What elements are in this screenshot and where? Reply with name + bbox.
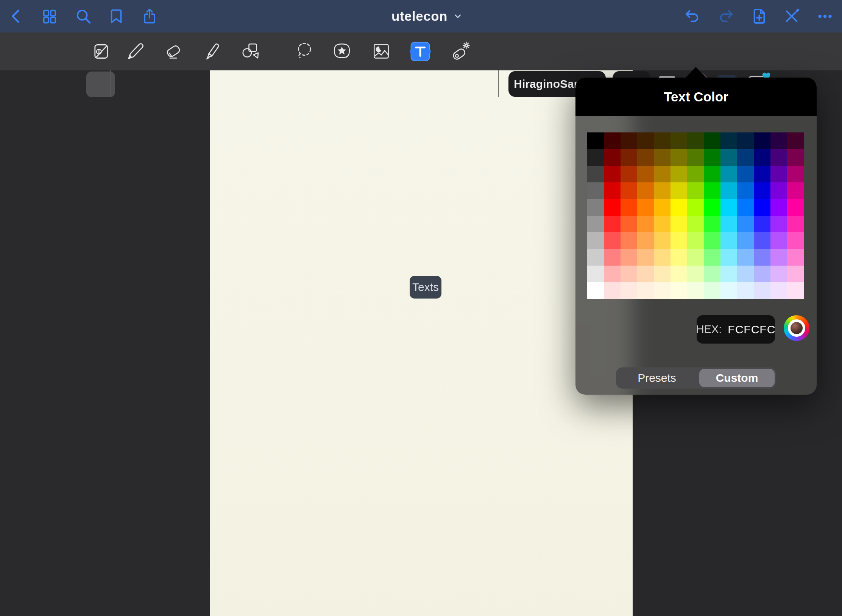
color-swatch-DEB3FF[interactable] [770, 266, 787, 282]
color-swatch-FF5252[interactable] [604, 232, 621, 249]
color-swatch-FFFB80[interactable] [670, 249, 687, 266]
color-swatch-7A004E[interactable] [787, 149, 804, 166]
color-swatch-FF80D0[interactable] [787, 249, 804, 266]
reading-mode-button[interactable] [88, 39, 113, 64]
color-swatch-B3FFB3[interactable] [704, 266, 720, 282]
color-swatch-000042[interactable] [754, 132, 770, 149]
color-swatch-FFE0E0[interactable] [604, 282, 621, 299]
color-wheel-button[interactable] [784, 315, 809, 341]
color-swatch-29DBFF[interactable] [720, 216, 737, 232]
color-swatch-F2E0FF[interactable] [770, 282, 787, 299]
color-swatch-FFBB00[interactable] [654, 199, 670, 216]
color-swatch-AD7F00[interactable] [654, 166, 670, 182]
text-object[interactable]: Texts [410, 276, 441, 299]
color-swatch-CCCCCC[interactable] [587, 249, 604, 266]
text-tool-selected[interactable] [408, 39, 433, 64]
bookmark-button[interactable] [106, 6, 126, 26]
color-swatch-DB3A00[interactable] [621, 182, 637, 199]
color-swatch-E0E0FF[interactable] [754, 282, 770, 299]
color-swatch-B7B7B7[interactable] [587, 232, 604, 249]
color-swatch-420000[interactable] [604, 132, 621, 149]
color-swatch-52FF52[interactable] [704, 232, 720, 249]
redo-button[interactable] [716, 6, 736, 26]
color-swatch-8080FF[interactable] [754, 249, 770, 266]
color-swatch-AD0000[interactable] [604, 166, 621, 182]
note-page[interactable] [210, 70, 633, 616]
color-swatch-FF8080[interactable] [604, 249, 621, 266]
color-swatch-FF2929[interactable] [604, 216, 621, 232]
document-title-menu[interactable]: utelecon [391, 9, 463, 24]
color-swatch-00AD00[interactable] [704, 166, 720, 182]
color-swatch-7A7600[interactable] [670, 149, 687, 166]
color-swatch-E6E6E6[interactable] [587, 266, 604, 282]
color-swatch-7A0000[interactable] [604, 149, 621, 166]
share-button[interactable] [140, 6, 159, 26]
color-swatch-FFD9B3[interactable] [637, 266, 654, 282]
color-swatch-999999[interactable] [587, 216, 604, 232]
color-swatch-E0FAFF[interactable] [720, 282, 737, 299]
color-swatch-E0FFE0[interactable] [704, 282, 720, 299]
color-swatch-004200[interactable] [704, 132, 720, 149]
eraser-tool[interactable] [161, 39, 186, 64]
color-swatch-AD006E[interactable] [787, 166, 804, 182]
color-swatch-FF0000[interactable] [604, 199, 621, 216]
color-swatch-FFFCB3[interactable] [670, 266, 687, 282]
color-swatch-FF8052[interactable] [621, 232, 637, 249]
color-swatch-B3B3FF[interactable] [754, 266, 770, 282]
color-swatch-DBA100[interactable] [654, 182, 670, 199]
color-swatch-7A3D00[interactable] [637, 149, 654, 166]
color-swatch-2929FF[interactable] [754, 216, 770, 232]
color-swatch-FF6229[interactable] [621, 216, 637, 232]
color-swatch-FFF952[interactable] [670, 232, 687, 249]
add-page-button[interactable] [749, 6, 769, 26]
color-swatch-FFEBB3[interactable] [654, 266, 670, 282]
color-swatch-2C4200[interactable] [687, 132, 704, 149]
color-swatch-FFD152[interactable] [654, 232, 670, 249]
color-swatch-FF29B0[interactable] [787, 216, 804, 232]
color-swatch-FFBF80[interactable] [637, 249, 654, 266]
color-swatch-FFE0F4[interactable] [787, 282, 804, 299]
color-swatch-ADA800[interactable] [670, 166, 687, 182]
color-swatch-80BBFF[interactable] [737, 249, 754, 266]
color-swatch-E6FFB3[interactable] [687, 266, 704, 282]
color-swatch-424000[interactable] [670, 132, 687, 149]
more-options-button[interactable] [815, 6, 835, 26]
color-swatch-FFA180[interactable] [621, 249, 637, 266]
color-swatch-B8FF29[interactable] [687, 216, 704, 232]
color-swatch-FFF7E0[interactable] [654, 282, 670, 299]
color-swatch-007A00[interactable] [704, 149, 720, 166]
color-swatch-527A00[interactable] [687, 149, 704, 166]
color-swatch-FF9429[interactable] [637, 216, 654, 232]
color-swatch-E0EFFF[interactable] [737, 282, 754, 299]
sticker-tool[interactable] [329, 39, 354, 64]
color-swatch-92DB00[interactable] [687, 182, 704, 199]
color-swatch-42002A[interactable] [787, 132, 804, 149]
color-swatch-5252FF[interactable] [754, 232, 770, 249]
lasso-tool[interactable] [292, 39, 317, 64]
color-swatch-A229FF[interactable] [770, 216, 787, 232]
color-swatch-D5FF80[interactable] [687, 249, 704, 266]
tab-presets[interactable]: Presets [616, 367, 698, 389]
color-swatch-AAFF00[interactable] [687, 199, 704, 216]
color-swatch-421200[interactable] [621, 132, 637, 149]
color-swatch-298DFF[interactable] [737, 216, 754, 232]
color-swatch-FFA852[interactable] [637, 232, 654, 249]
color-swatch-001F42[interactable] [737, 132, 754, 149]
color-swatch-FFF600[interactable] [670, 199, 687, 216]
color-swatch-FFDD80[interactable] [654, 249, 670, 266]
undo-button[interactable] [682, 6, 702, 26]
color-swatch-B3F2FF[interactable] [720, 266, 737, 282]
color-swatch-00007A[interactable] [754, 149, 770, 166]
color-swatch-45007A[interactable] [770, 149, 787, 166]
laser-pointer-tool[interactable] [448, 39, 472, 64]
color-swatch-C5FF52[interactable] [687, 232, 704, 249]
color-swatch-002C42[interactable] [720, 132, 737, 149]
disable-editing-button[interactable] [782, 6, 801, 26]
color-swatch-AD5700[interactable] [637, 166, 654, 182]
color-swatch-0000DB[interactable] [754, 182, 770, 199]
hex-input[interactable]: HEX: FCFCFC [697, 315, 775, 344]
color-swatch-DB6E00[interactable] [637, 182, 654, 199]
color-swatch-F5FFE0[interactable] [687, 282, 704, 299]
color-swatch-FFC629[interactable] [654, 216, 670, 232]
color-swatch-AD2E00[interactable] [621, 166, 637, 182]
